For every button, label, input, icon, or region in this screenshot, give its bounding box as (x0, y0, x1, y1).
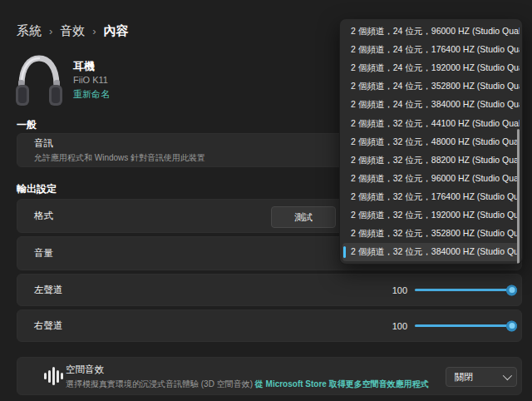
slider-thumb[interactable] (506, 285, 517, 295)
format-option[interactable]: 2 個頻道，32 位元，96000 HZ (Studio Quality) (342, 170, 520, 188)
flyout-scrollbar[interactable] (517, 129, 520, 264)
device-info: 耳機 FiiO K11 重新命名 (73, 60, 110, 101)
spatial-sound-row: 空間音效 選擇模擬真實環境的沉浸式音訊體驗 (3D 空間音效) 從 Micros… (17, 357, 522, 395)
format-option-selected[interactable]: 2 個頻道，32 位元，384000 HZ (Studio Quality) (342, 243, 520, 261)
breadcrumb-properties: 內容 (104, 23, 129, 39)
breadcrumb: 系統 › 音效 › 內容 (17, 23, 129, 39)
left-channel-label: 左聲道 (34, 284, 63, 296)
left-channel-slider[interactable] (415, 289, 511, 291)
chevron-down-icon (503, 371, 512, 380)
right-channel-value: 100 (389, 321, 407, 331)
headphones-image (13, 52, 65, 108)
left-channel-row: 左聲道 100 (17, 274, 522, 306)
format-option[interactable]: 2 個頻道，32 位元，44100 HZ (Studio Quality) (342, 114, 520, 132)
right-channel-slider[interactable] (415, 324, 511, 327)
format-label: 格式 (34, 210, 53, 222)
slider-thumb[interactable] (506, 320, 517, 331)
format-option[interactable]: 2 個頻道，32 位元，176400 HZ (Studio Quality) (342, 188, 520, 206)
section-general-heading: 一般 (17, 118, 37, 132)
breadcrumb-separator-icon: › (49, 25, 52, 37)
format-option[interactable]: 2 個頻道，32 位元，88200 HZ (Studio Quality) (342, 151, 520, 170)
format-option[interactable]: 2 個頻道，32 位元，192000 HZ (Studio Quality) (342, 206, 520, 225)
spatial-sound-select[interactable]: 關閉 (446, 367, 517, 387)
left-channel-value: 100 (389, 285, 407, 295)
format-option[interactable]: 2 個頻道，24 位元，176400 HZ (Studio Quality) (342, 41, 520, 59)
volume-label: 音量 (34, 247, 53, 260)
format-option[interactable]: 2 個頻道，24 位元，96000 HZ (Studio Quality) (342, 22, 520, 41)
device-name-label: FiiO K11 (73, 75, 110, 87)
format-option[interactable]: 2 個頻道，24 位元，352800 HZ (Studio Quality) (342, 77, 520, 96)
spatial-sound-selected-value: 關閉 (455, 371, 473, 384)
format-option[interactable]: 2 個頻道，24 位元，192000 HZ (Studio Quality) (342, 59, 520, 77)
device-type-label: 耳機 (73, 60, 110, 73)
format-option[interactable]: 2 個頻道，32 位元，48000 HZ (Studio Quality) (342, 133, 520, 151)
audio-subtitle: 允許應用程式和 Windows 針對音訊使用此裝置 (34, 152, 205, 164)
section-output-heading: 輸出設定 (17, 182, 57, 196)
spatial-sound-subtitle: 選擇模擬真實環境的沉浸式音訊體驗 (3D 空間音效) (66, 379, 253, 389)
breadcrumb-system[interactable]: 系統 (17, 23, 42, 39)
store-link[interactable]: 從 Microsoft Store 取得更多空間音效應用程式 (255, 379, 429, 389)
rename-link[interactable]: 重新命名 (73, 89, 110, 101)
spatial-sound-title: 空間音效 (66, 364, 429, 376)
audio-title: 音訊 (34, 137, 205, 150)
format-option[interactable]: 2 個頻道，24 位元，384000 HZ (Studio Quality) (342, 96, 520, 114)
format-option[interactable]: 2 個頻道，32 位元，352800 HZ (Studio Quality) (342, 225, 520, 243)
breadcrumb-separator-icon: › (92, 25, 96, 37)
test-button[interactable]: 測試 (271, 206, 336, 228)
format-dropdown-flyout: 2 個頻道，24 位元，96000 HZ (Studio Quality) 2 … (339, 18, 523, 265)
right-channel-label: 右聲道 (34, 319, 63, 332)
spatial-sound-icon (44, 366, 63, 386)
right-channel-row: 右聲道 100 (17, 309, 522, 342)
breadcrumb-sound[interactable]: 音效 (60, 23, 85, 39)
sound-properties-page: { "breadcrumb": { "separator": "›", "ite… (0, 0, 532, 401)
